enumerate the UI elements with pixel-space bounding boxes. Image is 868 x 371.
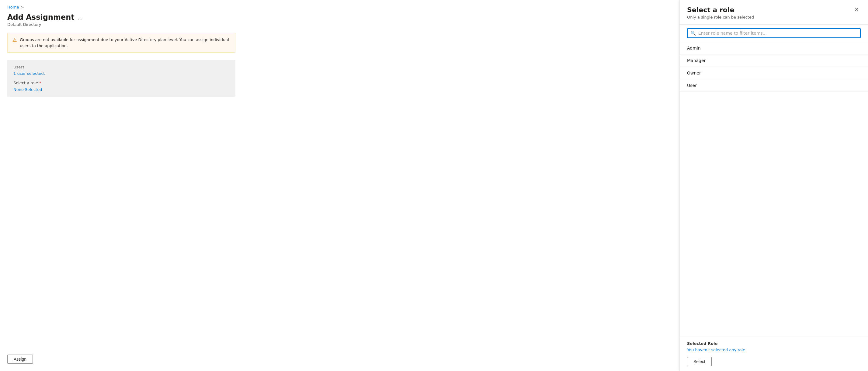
assignment-section: Users 1 user selected. Select a role * N… bbox=[7, 60, 236, 97]
panel-header-text: Select a role Only a single role can be … bbox=[687, 6, 754, 20]
warning-text: Groups are not available for assignment … bbox=[20, 37, 230, 49]
none-selected[interactable]: None Selected bbox=[13, 87, 42, 92]
role-panel: Select a role Only a single role can be … bbox=[679, 0, 868, 371]
role-item-admin[interactable]: Admin bbox=[680, 42, 868, 55]
breadcrumb-home[interactable]: Home bbox=[7, 5, 19, 9]
assign-button[interactable]: Assign bbox=[7, 354, 33, 364]
page-title: Add Assignment bbox=[7, 13, 74, 22]
page-subtitle: Default Directory bbox=[7, 22, 672, 27]
panel-subtitle: Only a single role can be selected bbox=[687, 15, 754, 20]
selected-role-label: Selected Role bbox=[687, 341, 861, 346]
breadcrumb: Home > bbox=[7, 5, 672, 9]
user-selected-link[interactable]: 1 user selected. bbox=[13, 71, 229, 76]
page-title-menu[interactable]: ... bbox=[78, 14, 83, 21]
required-star: * bbox=[39, 81, 41, 85]
role-item-owner[interactable]: Owner bbox=[680, 67, 868, 80]
panel-title: Select a role bbox=[687, 6, 754, 14]
search-icon: 🔍 bbox=[691, 31, 696, 36]
panel-search: 🔍 bbox=[680, 25, 868, 42]
role-label-text: Select a role bbox=[13, 81, 38, 85]
panel-header: Select a role Only a single role can be … bbox=[680, 0, 868, 25]
panel-footer: Selected Role You haven't selected any r… bbox=[680, 336, 868, 371]
role-label-row: Select a role * bbox=[13, 81, 229, 85]
search-box: 🔍 bbox=[687, 28, 861, 38]
main-content: Home > Add Assignment ... Default Direct… bbox=[0, 0, 679, 371]
breadcrumb-separator: > bbox=[21, 5, 24, 9]
no-role-selected-text: You haven't selected any role. bbox=[687, 348, 861, 352]
role-item-manager[interactable]: Manager bbox=[680, 55, 868, 67]
page-title-container: Add Assignment ... bbox=[7, 13, 672, 22]
role-list: AdminManagerOwnerUser bbox=[680, 42, 868, 336]
warning-icon: ⚠ bbox=[12, 37, 17, 43]
role-item-user[interactable]: User bbox=[680, 80, 868, 92]
panel-close-button[interactable]: ✕ bbox=[852, 6, 861, 13]
role-search-input[interactable] bbox=[698, 31, 857, 36]
users-label: Users bbox=[13, 65, 229, 69]
select-button[interactable]: Select bbox=[687, 357, 712, 366]
warning-banner: ⚠ Groups are not available for assignmen… bbox=[7, 33, 236, 53]
